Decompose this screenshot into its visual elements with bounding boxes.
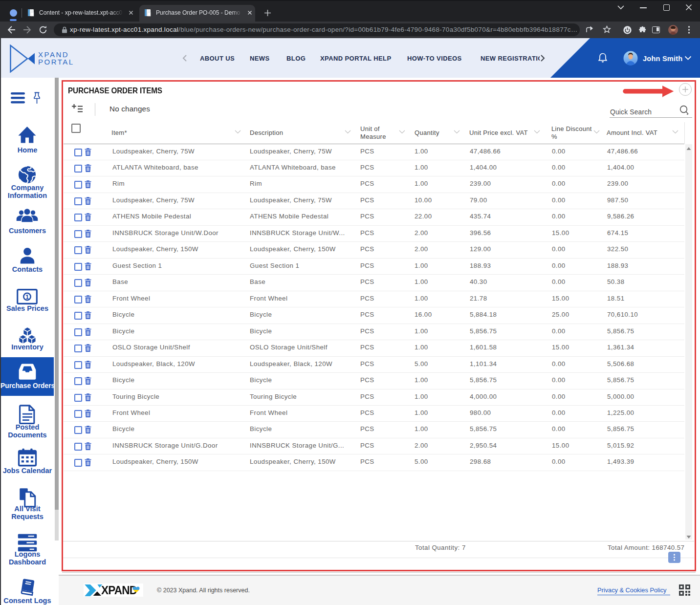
svg-text:1: 1 (25, 293, 29, 301)
